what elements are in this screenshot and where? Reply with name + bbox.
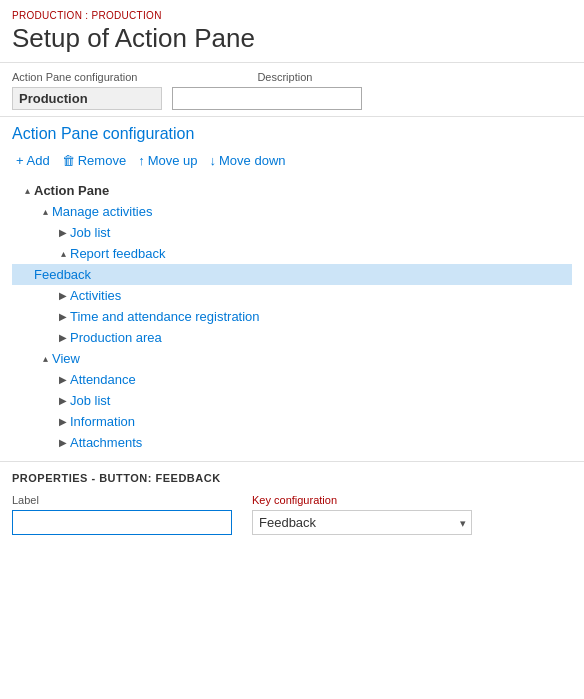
tree-item-activities[interactable]: ▶Activities (56, 285, 572, 306)
toggle-icon-report-feedback: ▴ (56, 248, 70, 259)
remove-label: Remove (78, 153, 126, 168)
tree-label-manage-activities: Manage activities (52, 204, 152, 219)
tree-item-attachments[interactable]: ▶Attachments (56, 432, 572, 453)
config-inputs (12, 87, 572, 110)
action-pane-section: Action Pane configuration + Add 🗑 Remove… (0, 117, 584, 453)
tree-label-action-pane: Action Pane (34, 183, 109, 198)
toggle-icon-view: ▴ (38, 353, 52, 364)
tree-label-time-attendance: Time and attendance registration (70, 309, 260, 324)
tree-label-job-list: Job list (70, 225, 110, 240)
add-button[interactable]: + Add (12, 151, 54, 170)
tree-label-attachments: Attachments (70, 435, 142, 450)
toggle-icon-attendance: ▶ (56, 374, 70, 385)
toggle-icon-manage-activities: ▴ (38, 206, 52, 217)
add-label: Add (27, 153, 50, 168)
tree-label-view: View (52, 351, 80, 366)
add-icon: + (16, 153, 24, 168)
tree-container: ▴Action Pane▴Manage activities▶Job list▴… (12, 180, 572, 453)
properties-row: Label Key configuration FeedbackDefaultC… (12, 494, 572, 535)
toggle-icon-action-pane: ▴ (20, 185, 34, 196)
production-input[interactable] (12, 87, 162, 110)
tree-item-job-list-2[interactable]: ▶Job list (56, 390, 572, 411)
tree-label-feedback: Feedback (34, 267, 91, 282)
toggle-icon-job-list-2: ▶ (56, 395, 70, 406)
tree-item-action-pane[interactable]: ▴Action Pane (20, 180, 572, 201)
tree-label-information: Information (70, 414, 135, 429)
move-down-label: Move down (219, 153, 285, 168)
section-title: Action Pane configuration (12, 125, 572, 143)
key-config-group: Key configuration FeedbackDefaultCustom … (252, 494, 472, 535)
page-header: PRODUCTION : PRODUCTION Setup of Action … (0, 0, 584, 63)
tree-item-job-list[interactable]: ▶Job list (56, 222, 572, 243)
move-down-icon: ↓ (210, 153, 217, 168)
move-up-button[interactable]: ↑ Move up (134, 151, 201, 170)
toggle-icon-time-attendance: ▶ (56, 311, 70, 322)
move-up-icon: ↑ (138, 153, 145, 168)
tree-item-production-area[interactable]: ▶Production area (56, 327, 572, 348)
config-section: Action Pane configuration Description (0, 63, 584, 117)
toolbar: + Add 🗑 Remove ↑ Move up ↓ Move down (12, 151, 572, 170)
tree-item-time-attendance[interactable]: ▶Time and attendance registration (56, 306, 572, 327)
toggle-icon-production-area: ▶ (56, 332, 70, 343)
toggle-icon-information: ▶ (56, 416, 70, 427)
move-up-label: Move up (148, 153, 198, 168)
tree-label-production-area: Production area (70, 330, 162, 345)
properties-section: PROPERTIES - BUTTON: FEEDBACK Label Key … (0, 461, 584, 543)
tree-item-feedback[interactable]: Feedback (12, 264, 572, 285)
key-config-select[interactable]: FeedbackDefaultCustom (252, 510, 472, 535)
tree-item-report-feedback[interactable]: ▴Report feedback (56, 243, 572, 264)
move-down-button[interactable]: ↓ Move down (206, 151, 290, 170)
tree-label-attendance: Attendance (70, 372, 136, 387)
tree-label-report-feedback: Report feedback (70, 246, 165, 261)
toggle-icon-activities: ▶ (56, 290, 70, 301)
breadcrumb: PRODUCTION : PRODUCTION (12, 10, 572, 21)
properties-title: PROPERTIES - BUTTON: FEEDBACK (12, 472, 572, 484)
remove-icon: 🗑 (62, 153, 75, 168)
label-input[interactable] (12, 510, 232, 535)
toggle-icon-job-list: ▶ (56, 227, 70, 238)
description-input[interactable] (172, 87, 362, 110)
action-pane-config-label: Action Pane configuration (12, 71, 137, 83)
tree-item-view[interactable]: ▴View (38, 348, 572, 369)
label-field-label: Label (12, 494, 232, 506)
label-group: Label (12, 494, 232, 535)
config-labels: Action Pane configuration Description (12, 71, 572, 83)
remove-button[interactable]: 🗑 Remove (58, 151, 130, 170)
key-config-label: Key configuration (252, 494, 472, 506)
tree-item-information[interactable]: ▶Information (56, 411, 572, 432)
tree-item-attendance[interactable]: ▶Attendance (56, 369, 572, 390)
key-config-select-container: FeedbackDefaultCustom ▾ (252, 510, 472, 535)
tree-label-activities: Activities (70, 288, 121, 303)
description-label: Description (257, 71, 312, 83)
tree-item-manage-activities[interactable]: ▴Manage activities (38, 201, 572, 222)
toggle-icon-attachments: ▶ (56, 437, 70, 448)
tree-label-job-list-2: Job list (70, 393, 110, 408)
page-title: Setup of Action Pane (12, 23, 572, 54)
